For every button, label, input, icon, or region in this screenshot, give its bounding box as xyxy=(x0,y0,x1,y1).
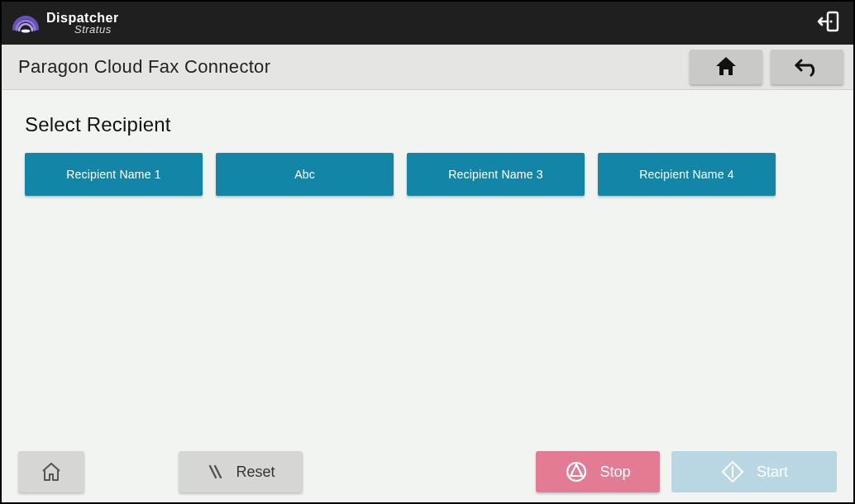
back-arrow-icon xyxy=(793,55,821,79)
start-button[interactable]: Start xyxy=(671,451,837,492)
recipient-button[interactable]: Recipient Name 3 xyxy=(407,153,585,196)
recipient-button[interactable]: Recipient Name 1 xyxy=(25,153,203,196)
home-outline-icon xyxy=(41,462,62,482)
logout-button[interactable] xyxy=(812,7,845,40)
logout-icon xyxy=(817,10,840,36)
app-topbar: Dispatcher Stratus xyxy=(2,2,853,45)
brand-text: Dispatcher Stratus xyxy=(46,12,119,35)
brand: Dispatcher Stratus xyxy=(12,12,119,35)
svg-point-0 xyxy=(21,30,31,33)
recipient-button[interactable]: Abc xyxy=(216,153,394,196)
reset-icon xyxy=(206,463,224,481)
header-bar: Paragon Cloud Fax Connector xyxy=(2,45,853,90)
header-actions xyxy=(690,50,843,84)
brand-logo-icon xyxy=(12,12,40,34)
home-icon xyxy=(714,55,738,79)
bottom-bar: Reset Stop Start xyxy=(2,451,853,492)
stop-button[interactable]: Stop xyxy=(536,451,660,492)
page-title: Paragon Cloud Fax Connector xyxy=(18,56,270,78)
content-area: Select Recipient Recipient Name 1 Abc Re… xyxy=(2,90,853,196)
svg-point-2 xyxy=(829,20,832,22)
back-button[interactable] xyxy=(771,50,843,84)
stop-icon xyxy=(565,460,588,483)
section-title: Select Recipient xyxy=(25,113,830,136)
start-label: Start xyxy=(757,464,788,481)
reset-button[interactable]: Reset xyxy=(179,451,303,492)
svg-rect-1 xyxy=(828,12,838,31)
footer-home-button[interactable] xyxy=(18,451,84,492)
start-icon xyxy=(720,459,745,484)
stop-label: Stop xyxy=(599,464,630,481)
home-button[interactable] xyxy=(690,50,762,84)
brand-sub: Stratus xyxy=(74,24,119,35)
reset-label: Reset xyxy=(236,464,275,481)
recipient-grid: Recipient Name 1 Abc Recipient Name 3 Re… xyxy=(25,153,830,196)
recipient-button[interactable]: Recipient Name 4 xyxy=(598,153,776,196)
